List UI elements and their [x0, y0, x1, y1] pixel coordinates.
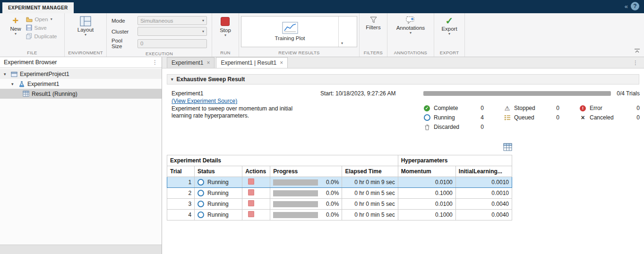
trial-cell: 2 [167, 188, 195, 199]
filter-funnel-icon [369, 16, 378, 24]
duplicate-button[interactable]: Duplicate [26, 33, 57, 39]
mode-select[interactable]: Simultaneous ▾ [137, 16, 207, 25]
progress-cell: 0.0% [270, 210, 342, 220]
section-label-annotations: ANNOTATIONS [389, 49, 432, 57]
section-filters: Filters FILTERS [360, 13, 387, 57]
choose-columns-button[interactable] [503, 143, 512, 152]
new-label: New [10, 26, 21, 32]
elapsed-cell: 0 hr 0 min 5 sec [342, 210, 398, 220]
panel-menu-icon[interactable]: ⋮ [152, 59, 158, 66]
col-header-momentum[interactable]: Momentum [398, 166, 455, 177]
col-header-elapsed-time[interactable]: Elapsed Time [342, 166, 398, 177]
stop-label: Stop [220, 27, 231, 33]
poolsize-input[interactable]: 0 [137, 39, 207, 48]
table-row[interactable]: 2 Running 0.0% 0 hr 0 min 5 sec 0.1000 0… [167, 188, 512, 199]
running-icon [424, 114, 430, 121]
initial-learning-cell: 0.0040 [455, 199, 512, 210]
duplicate-icon [26, 33, 32, 39]
expand-arrow-icon[interactable]: ▾ [4, 72, 9, 76]
tree-item-experiment1[interactable]: ▾ Experiment1 [0, 79, 162, 89]
status-label: Running [434, 114, 477, 121]
initial-learning-cell: 0.0010 [455, 177, 512, 188]
table-group-header-row: Experiment Details Hyperparameters [167, 155, 512, 166]
section-environment: Layout ▾ ENVIRONMENT [65, 13, 107, 57]
status-running: Running 4 [423, 114, 484, 121]
stop-trial-button[interactable] [248, 211, 254, 217]
training-plot-button[interactable]: Training Plot [241, 17, 338, 47]
close-icon[interactable]: × [206, 60, 210, 65]
col-header-progress[interactable]: Progress [270, 166, 342, 177]
result-content: ▾ Exhaustive Sweep Result Experiment1 (V… [162, 68, 644, 254]
poolsize-value: 0 [140, 41, 143, 46]
layout-button[interactable]: Layout ▾ [75, 15, 97, 38]
table-row[interactable]: 3 Running 0.0% 0 hr 0 min 5 sec 0.0100 0… [167, 199, 512, 210]
tabbar-menu-icon[interactable]: ⋮ [633, 59, 638, 66]
progress-cell: 0.0% [270, 177, 342, 188]
status-cell: Running [195, 177, 242, 188]
group-header-hyperparameters: Hyperparameters [398, 155, 512, 166]
initial-learning-cell: 0.0010 [455, 188, 512, 199]
col-header-status[interactable]: Status [195, 166, 242, 177]
review-results-gallery: Training Plot ▾ [241, 16, 357, 47]
app-tab-experiment-manager[interactable]: EXPERIMENT MANAGER [2, 2, 74, 13]
running-icon [197, 179, 204, 186]
col-header-trial[interactable]: Trial [167, 166, 195, 177]
gallery-expand-button[interactable]: ▾ [338, 17, 345, 47]
status-count: 0 [481, 124, 484, 130]
annotations-button[interactable]: Annotations ▾ [394, 15, 428, 36]
progress-cell: 0.0% [270, 199, 342, 210]
close-icon[interactable]: × [280, 60, 283, 65]
status-count: 0 [636, 114, 640, 121]
main-area: Experiment Browser ⋮ ▾ ExperimentProject… [0, 57, 644, 254]
export-button[interactable]: ✓ Export ▾ [438, 15, 460, 37]
expand-arrow-icon[interactable]: ▾ [11, 82, 16, 86]
exhaustive-sweep-header[interactable]: ▾ Exhaustive Sweep Result [167, 74, 639, 85]
filters-button[interactable]: Filters [363, 15, 383, 31]
chevron-down-icon: ▾ [202, 30, 204, 34]
tab-label: Experiment1 | Result1 [221, 59, 276, 66]
status-cell: Running [195, 210, 242, 220]
view-experiment-source-link[interactable]: (View Experiment Source) [172, 98, 237, 104]
tree-item-experimentproject1[interactable]: ▾ ExperimentProject1 [0, 69, 162, 79]
left-panel-scrollbar[interactable] [0, 245, 162, 254]
col-header-initial-learning[interactable]: InitialLearning... [455, 166, 512, 177]
stop-button[interactable]: Stop ▾ [217, 15, 234, 38]
minimize-ribbon-button[interactable] [634, 48, 640, 55]
running-icon [197, 212, 204, 218]
status-queued: Queued 0 [504, 114, 559, 121]
new-icon: + [13, 16, 19, 25]
open-button[interactable]: Open ▾ [26, 17, 57, 22]
table-row[interactable]: 4 Running 0.0% 0 hr 0 min 5 sec 0.1000 0… [167, 210, 512, 220]
trials-table: Experiment Details Hyperparameters Trial… [167, 155, 512, 220]
col-header-actions[interactable]: Actions [242, 166, 270, 177]
tree-item-label: Result1 (Running) [32, 91, 77, 97]
trials-count: 0/4 Trials [617, 90, 640, 97]
stop-trial-button[interactable] [248, 189, 254, 195]
cluster-select[interactable]: ▾ [137, 27, 207, 36]
section-label-review-results: REVIEW RESULTS [241, 49, 357, 57]
result-summary: Experiment1 (View Experiment Source) Exp… [172, 90, 635, 131]
poolsize-label: Pool Size [112, 38, 134, 49]
tab-experiment1-result1[interactable]: Experiment1 | Result1 × [216, 57, 288, 68]
save-icon [26, 25, 32, 31]
complete-icon: ✓ [424, 105, 430, 111]
document-area: Experiment1 × Experiment1 | Result1 × ⋮ … [162, 57, 644, 254]
chevron-down-icon: ▾ [448, 32, 450, 36]
stop-trial-button[interactable] [248, 178, 254, 185]
tab-experiment1[interactable]: Experiment1 × [167, 57, 215, 68]
stop-trial-button[interactable] [248, 200, 254, 206]
trial-progress-bar [273, 212, 318, 218]
section-run: Stop ▾ RUN [212, 13, 239, 57]
folder-open-icon [26, 17, 33, 22]
tree-item-result1[interactable]: Result1 (Running) [0, 89, 162, 99]
save-button[interactable]: Save [26, 25, 57, 31]
section-annotations: Annotations ▾ ANNOTATIONS [387, 13, 434, 57]
chevron-left-icon[interactable]: « [625, 3, 628, 10]
status-label: Complete [434, 105, 477, 111]
chevron-down-icon: ▾ [85, 33, 86, 37]
experiment-manager-window: EXPERIMENT MANAGER « ? + New ▾ Ope [0, 0, 644, 254]
table-row[interactable]: 1 Running 0.0% 0 hr 0 min 9 sec 0.0100 0… [167, 177, 512, 188]
section-label-execution: EXECUTION [109, 50, 210, 58]
help-button[interactable]: ? [631, 2, 639, 10]
new-button[interactable]: + New ▾ [8, 15, 24, 39]
